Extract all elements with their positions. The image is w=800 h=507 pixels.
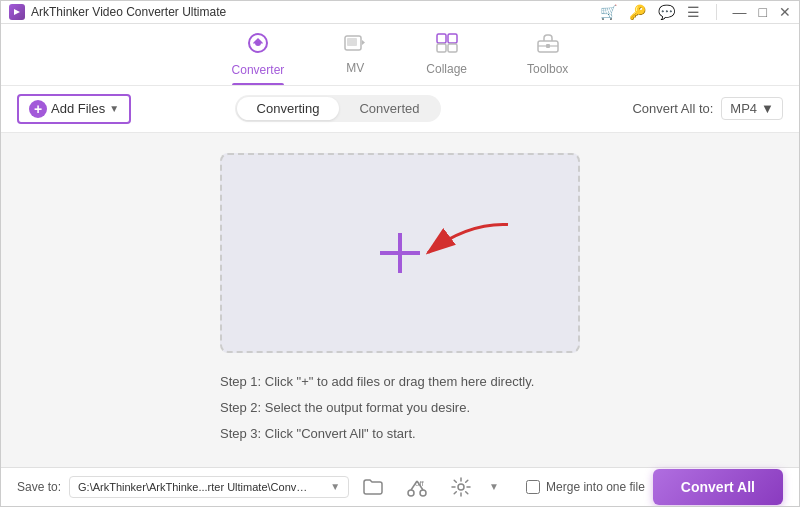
svg-rect-7 [437,44,446,52]
minimize-button[interactable]: — [733,4,747,20]
convert-all-to-label: Convert All to: [632,101,713,116]
svg-point-18 [458,484,464,490]
svg-point-2 [255,40,261,46]
chat-icon[interactable]: 💬 [658,4,675,20]
toolbar: + Add Files ▼ Converting Converted Conve… [1,86,799,133]
merge-checkbox-input[interactable] [526,480,540,494]
step2-text: Step 2: Select the output format you des… [220,395,580,421]
svg-rect-11 [546,44,550,48]
converter-icon [247,32,269,59]
bottom-toolbar-icons: off ▼ [357,471,499,503]
svg-rect-6 [448,34,457,43]
convert-all-button[interactable]: Convert All [653,469,783,505]
format-dropdown-arrow: ▼ [761,101,774,116]
svg-rect-8 [448,44,457,52]
svg-text:off: off [415,479,425,488]
app-icon [9,4,25,20]
add-plus-icon: + [29,100,47,118]
tab-mv[interactable]: MV [344,34,366,83]
merge-label: Merge into one file [546,480,645,494]
red-arrow [408,214,518,278]
titlebar-separator [716,4,717,20]
titlebar: ArkThinker Video Converter Ultimate 🛒 🔑 … [1,1,799,24]
svg-point-14 [420,490,426,496]
converted-tab-button[interactable]: Converted [339,97,439,120]
save-to-label: Save to: [17,480,61,494]
tab-toolbox[interactable]: Toolbox [527,33,568,84]
converter-label: Converter [232,63,285,77]
path-dropdown-arrow: ▼ [330,481,340,492]
step3-text: Step 3: Click "Convert All" to start. [220,421,580,447]
collage-label: Collage [426,62,467,76]
format-value: MP4 [730,101,757,116]
cut-icon-button[interactable]: off [401,471,433,503]
add-files-label: Add Files [51,101,105,116]
mv-icon [344,34,366,57]
toolbox-icon [537,33,559,58]
add-files-button[interactable]: + Add Files ▼ [17,94,131,124]
drop-area[interactable] [220,153,580,353]
step1-text: Step 1: Click "+" to add files or drag t… [220,369,580,395]
close-button[interactable]: ✕ [779,4,791,20]
bottom-bar: Save to: G:\ArkThinker\ArkThinke...rter … [1,467,799,506]
app-title: ArkThinker Video Converter Ultimate [31,5,226,19]
converting-tab-button[interactable]: Converting [237,97,340,120]
open-folder-button[interactable] [357,471,389,503]
key-icon[interactable]: 🔑 [629,4,646,20]
main-content: Step 1: Click "+" to add files or drag t… [1,133,799,467]
format-select[interactable]: MP4 ▼ [721,97,783,120]
tab-converter[interactable]: Converter [232,32,285,85]
mv-label: MV [346,61,364,75]
tab-collage[interactable]: Collage [426,33,467,84]
toolbox-label: Toolbox [527,62,568,76]
cart-icon[interactable]: 🛒 [600,4,617,20]
add-files-dropdown-arrow[interactable]: ▼ [109,103,119,114]
save-path-value: G:\ArkThinker\ArkThinke...rter Ultimate\… [78,481,308,493]
svg-point-13 [408,490,414,496]
save-path-select[interactable]: G:\ArkThinker\ArkThinke...rter Ultimate\… [69,476,349,498]
nav-tabs: Converter MV Collage [1,24,799,86]
menu-icon[interactable]: ☰ [687,4,700,20]
merge-into-one-file-option[interactable]: Merge into one file [526,480,645,494]
svg-rect-5 [437,34,446,43]
convert-all-to-section: Convert All to: MP4 ▼ [632,97,783,120]
titlebar-left: ArkThinker Video Converter Ultimate [9,4,226,20]
svg-marker-0 [14,9,20,15]
settings-icon-button[interactable] [445,471,477,503]
collage-icon [436,33,458,58]
settings-dropdown-arrow[interactable]: ▼ [489,481,499,492]
svg-rect-4 [347,38,357,46]
maximize-button[interactable]: □ [759,4,767,20]
instructions: Step 1: Click "+" to add files or drag t… [220,369,580,447]
tab-switcher: Converting Converted [235,95,442,122]
titlebar-action-icons: 🛒 🔑 💬 ☰ — □ ✕ [600,4,791,20]
